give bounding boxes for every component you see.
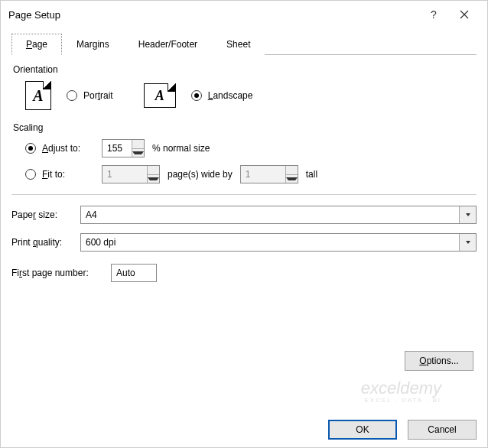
spinner-up-icon[interactable] bbox=[148, 166, 159, 175]
watermark: exceldemy EXCEL · DATA · BI bbox=[361, 379, 441, 404]
radio-icon bbox=[67, 90, 77, 101]
fit-wide-spinner[interactable]: 1 bbox=[102, 165, 160, 183]
scaling-fit-to[interactable]: Fit to: bbox=[25, 169, 94, 180]
tabs: Page Margins Header/Footer Sheet bbox=[11, 33, 477, 55]
spinner-up-icon[interactable] bbox=[132, 140, 144, 149]
print-quality-label: Print quality: bbox=[11, 237, 80, 248]
ok-button[interactable]: OK bbox=[328, 420, 397, 440]
tab-header-footer[interactable]: Header/Footer bbox=[124, 34, 212, 55]
help-button[interactable]: ? bbox=[418, 3, 449, 26]
orientation-label: Orientation bbox=[11, 63, 477, 81]
paper-size-value: A4 bbox=[86, 209, 97, 220]
fit-tall-spinner[interactable]: 1 bbox=[240, 165, 298, 183]
print-quality-value: 600 dpi bbox=[86, 237, 115, 248]
portrait-icon: A bbox=[25, 81, 51, 110]
spinner-down-icon[interactable] bbox=[148, 175, 159, 183]
portrait-label: Portrait bbox=[83, 90, 113, 101]
adjust-to-suffix: % normal size bbox=[152, 143, 210, 154]
radio-icon bbox=[191, 90, 202, 101]
cancel-button[interactable]: Cancel bbox=[408, 420, 477, 440]
tab-page[interactable]: Page bbox=[11, 34, 62, 55]
chevron-down-icon[interactable] bbox=[459, 206, 476, 223]
spinner-up-icon[interactable] bbox=[286, 166, 298, 175]
paper-size-label: Paper size: bbox=[11, 209, 80, 220]
first-page-input[interactable]: Auto bbox=[111, 264, 157, 282]
tab-sheet[interactable]: Sheet bbox=[212, 34, 265, 55]
radio-icon bbox=[25, 143, 36, 154]
landscape-label: Landscape bbox=[208, 90, 253, 101]
close-icon bbox=[460, 10, 469, 19]
adjust-to-spinner[interactable]: 155 bbox=[102, 139, 145, 157]
divider bbox=[11, 194, 477, 195]
adjust-to-value[interactable]: 155 bbox=[102, 140, 132, 157]
paper-size-select[interactable]: A4 bbox=[80, 206, 477, 224]
tab-margins[interactable]: Margins bbox=[62, 34, 124, 55]
chevron-down-icon[interactable] bbox=[459, 234, 476, 251]
scaling-label: Scaling bbox=[11, 121, 477, 139]
options-button[interactable]: Options... bbox=[405, 351, 473, 371]
fit-tall-value[interactable]: 1 bbox=[241, 166, 285, 183]
fit-to-label: Fit to: bbox=[42, 169, 65, 180]
dialog-title: Page Setup bbox=[8, 9, 418, 21]
fit-to-suffix: tall bbox=[306, 169, 317, 180]
close-button[interactable] bbox=[449, 3, 480, 26]
first-page-label: First page number: bbox=[11, 268, 111, 278]
fit-wide-value[interactable]: 1 bbox=[102, 166, 147, 183]
spinner-down-icon[interactable] bbox=[286, 175, 298, 183]
adjust-to-label: Adjust to: bbox=[42, 143, 80, 154]
spinner-down-icon[interactable] bbox=[132, 149, 144, 157]
landscape-icon: A bbox=[144, 83, 176, 108]
fit-to-mid: page(s) wide by bbox=[168, 169, 233, 180]
scaling-adjust-to[interactable]: Adjust to: bbox=[25, 143, 94, 154]
orientation-portrait[interactable]: Portrait bbox=[67, 90, 113, 101]
print-quality-select[interactable]: 600 dpi bbox=[80, 233, 477, 252]
orientation-landscape[interactable]: Landscape bbox=[191, 90, 253, 101]
radio-icon bbox=[25, 169, 36, 180]
